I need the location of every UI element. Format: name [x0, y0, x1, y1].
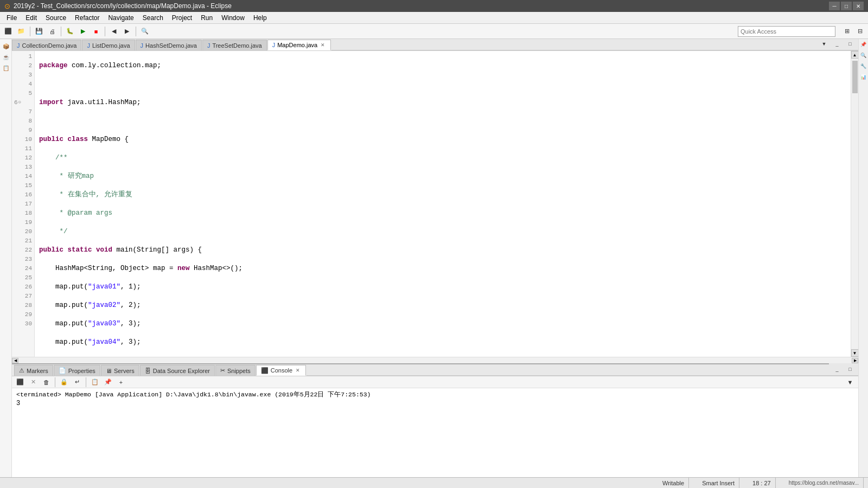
menu-item-navigate[interactable]: Navigate	[104, 12, 138, 23]
console-clear-btn[interactable]: 🗑	[40, 376, 52, 388]
prev-button[interactable]: ◀	[108, 25, 120, 37]
h-scroll-track	[18, 358, 852, 363]
code-line-5: public class MapDemo {	[39, 135, 846, 144]
console-stop-btn[interactable]: ⬛	[14, 376, 26, 388]
toolbar-sep-4	[136, 27, 136, 36]
java-file-icon-1: J	[17, 42, 20, 49]
close-button[interactable]: ✕	[853, 2, 864, 10]
bottom-minimize-button[interactable]: _	[831, 363, 843, 375]
tab-label-4: TreeSetDemo.java	[212, 42, 261, 49]
horizontal-scroll[interactable]: ◀ ▶	[12, 357, 858, 363]
tab-properties-label: Properties	[68, 368, 95, 374]
run-button[interactable]: ▶	[77, 25, 89, 37]
line-num-6: 6⊖	[14, 98, 32, 107]
menu-item-run[interactable]: Run	[196, 12, 217, 23]
tab-close-map-demo[interactable]: ✕	[320, 42, 326, 48]
tab-map-demo[interactable]: J MapDemo.java ✕	[267, 40, 331, 50]
menu-item-file[interactable]: File	[2, 12, 21, 23]
scroll-right-button[interactable]: ▶	[852, 358, 858, 363]
tab-collection-demo[interactable]: J CollectionDemo.java	[12, 40, 81, 50]
right-icon-1[interactable]: 📌	[859, 40, 868, 49]
bottom-maximize-button[interactable]: □	[844, 363, 856, 375]
tab-properties[interactable]: 📄 Properties	[54, 365, 100, 376]
menu-item-edit[interactable]: Edit	[21, 12, 41, 23]
print-button[interactable]: 🖨	[46, 25, 58, 37]
line-num-30: 30	[14, 319, 32, 329]
code-line-1: package com.ly.collection.map;	[39, 61, 846, 70]
scroll-left-button[interactable]: ◀	[12, 358, 18, 363]
bottom-panel: ⚠ Markers 📄 Properties 🖥 Servers 🗄 Data …	[12, 363, 858, 477]
quick-access-input[interactable]	[738, 26, 835, 37]
servers-icon: 🖥	[106, 368, 112, 374]
tab-treeset-demo[interactable]: J TreeSetDemo.java	[202, 40, 267, 50]
new-button[interactable]: ⬛	[2, 25, 14, 37]
tab-minimize-button[interactable]: _	[831, 39, 843, 50]
tab-maximize-button[interactable]: □	[844, 39, 856, 50]
console-scroll-lock-btn[interactable]: 🔒	[58, 376, 70, 388]
tab-datasource-label: Data Source Explorer	[153, 368, 210, 374]
toolbar-sep-2	[61, 27, 61, 36]
line-num-22: 22	[14, 246, 32, 255]
console-view-menu[interactable]: ▼	[844, 376, 856, 388]
line-num-17: 17	[14, 200, 32, 209]
console-paste-btn[interactable]: 📌	[102, 376, 114, 388]
tab-hashset-demo[interactable]: J HashSetDemo.java	[136, 40, 202, 50]
stop-button[interactable]: ■	[90, 25, 102, 37]
code-line-11: public static void main(String[] args) {	[39, 246, 846, 255]
menu-item-project[interactable]: Project	[168, 12, 196, 23]
right-icon-4[interactable]: 📊	[859, 73, 868, 81]
minimize-button[interactable]: ─	[829, 2, 840, 10]
outline-icon[interactable]: 📋	[1, 63, 11, 73]
url-status: https://blog.csdn.net/masav...	[784, 478, 864, 488]
debug-button[interactable]: 🐛	[64, 25, 76, 37]
perspectives-button[interactable]: ⊞	[841, 25, 853, 37]
code-content[interactable]: package com.ly.collection.map; import ja…	[35, 51, 851, 357]
maximize-button[interactable]: □	[841, 2, 852, 10]
menu-item-window[interactable]: Window	[217, 12, 249, 23]
line-num-3: 3	[14, 70, 32, 80]
console-close-btn[interactable]: ✕	[27, 376, 39, 388]
code-line-15: map.put("java03", 3);	[39, 319, 846, 329]
editor-container: J CollectionDemo.java J ListDemo.java J …	[12, 39, 858, 363]
scroll-down-button[interactable]: ▼	[851, 349, 859, 357]
console-word-wrap-btn[interactable]: ↵	[71, 376, 83, 388]
console-new-btn[interactable]: +	[115, 376, 127, 388]
tab-markers[interactable]: ⚠ Markers	[14, 365, 53, 376]
tab-markers-label: Markers	[27, 368, 48, 374]
menu-item-source[interactable]: Source	[41, 12, 71, 23]
console-copy-btn[interactable]: 📋	[89, 376, 101, 388]
tab-list-demo[interactable]: J ListDemo.java	[82, 40, 135, 50]
open-button[interactable]: 📁	[15, 25, 27, 37]
next-button[interactable]: ▶	[121, 25, 133, 37]
right-icon-3[interactable]: 🔧	[859, 62, 868, 70]
menu-item-refactor[interactable]: Refactor	[71, 12, 104, 23]
tab-list-button[interactable]: ▼	[818, 39, 830, 50]
tab-console[interactable]: ⬛ Console ✕	[256, 365, 306, 376]
view-menu-button[interactable]: ⊟	[854, 25, 866, 37]
main-area: 📦 ☕ 📋 J CollectionDemo.java J ListDemo.j…	[0, 39, 868, 477]
search-tb-button[interactable]: 🔍	[139, 25, 151, 37]
save-button[interactable]: 💾	[33, 25, 45, 37]
snippets-icon: ✂	[220, 367, 225, 374]
code-area: 1 2 3 4 5 6⊖ 7 8 9 10 11 12 13 14 15 16	[12, 51, 858, 357]
line-num-26: 26	[14, 282, 32, 292]
java-file-icon-4: J	[207, 42, 210, 49]
java-icon[interactable]: ☕	[1, 52, 11, 62]
code-line-4	[39, 117, 846, 126]
tab-data-source[interactable]: 🗄 Data Source Explorer	[140, 365, 215, 376]
package-explorer-icon[interactable]: 📦	[1, 41, 11, 51]
menu-item-search[interactable]: Search	[138, 12, 168, 23]
menu-item-help[interactable]: Help	[249, 12, 271, 23]
quick-access-area	[738, 26, 840, 37]
scroll-thumb[interactable]	[852, 61, 858, 93]
tab-servers[interactable]: 🖥 Servers	[101, 365, 139, 376]
tab-snippets[interactable]: ✂ Snippets	[215, 365, 256, 376]
code-line-14: map.put("java02", 2);	[39, 301, 846, 310]
toolbar-sep-1	[30, 27, 30, 36]
console-output-area: <terminated> MapDemo [Java Application] …	[12, 388, 858, 477]
line-num-23: 23	[14, 255, 32, 264]
console-tab-close[interactable]: ✕	[295, 367, 301, 374]
scroll-up-button[interactable]: ▲	[851, 51, 859, 59]
right-icon-2[interactable]: 🔍	[859, 51, 868, 60]
properties-icon: 📄	[59, 367, 66, 374]
